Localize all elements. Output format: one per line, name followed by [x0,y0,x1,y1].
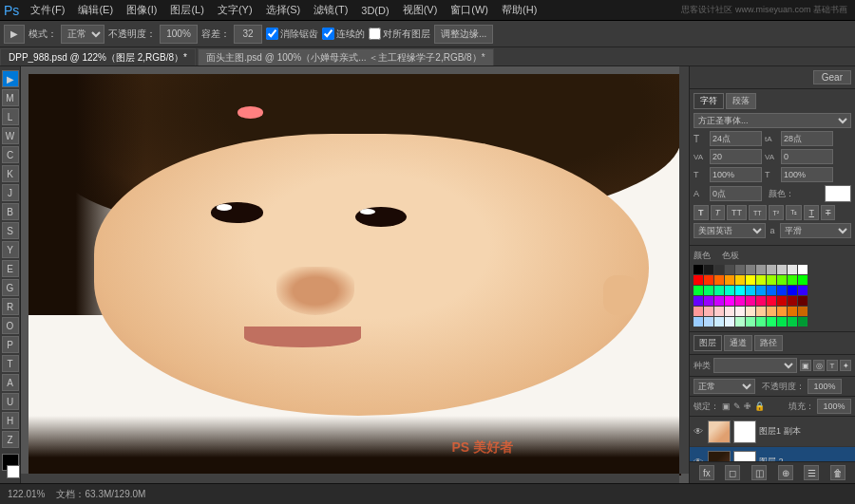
tool-hand[interactable]: H [2,412,19,429]
tool-preset-btn[interactable]: ▶ [4,25,25,44]
char-tab[interactable]: 字符 [694,93,724,109]
color-swatch-item[interactable] [714,317,724,327]
color-swatch-item[interactable] [694,296,703,306]
color-swatch-item[interactable] [694,265,703,274]
lock-transparent-icon[interactable]: ▣ [722,401,731,411]
menu-file[interactable]: 文件(F) [25,1,70,19]
anti-alias-checkbox[interactable] [266,28,278,40]
color-swatch-item[interactable] [798,265,808,274]
menu-layer[interactable]: 图层(L) [164,1,209,19]
color-swatch-item[interactable] [725,286,734,295]
color-swatch-item[interactable] [746,307,755,316]
color-swatch-item[interactable] [694,307,703,316]
color-swatch-item[interactable] [777,296,787,306]
menu-image[interactable]: 图像(I) [121,1,162,19]
tab-1[interactable]: 面头主图.psd @ 100%（小婵母亲式... ＜主工程缘学子2,RGB/8）… [198,48,494,65]
tool-text[interactable]: T [2,355,19,372]
color-swatch-item[interactable] [746,296,755,306]
color-swatch-item[interactable] [735,275,745,285]
layer-item-1[interactable]: 👁 图层 2 [690,447,855,461]
baseline-input[interactable] [710,186,762,201]
tool-blur[interactable]: R [2,298,19,315]
sample-all-checkbox-label[interactable]: 对所有图层 [369,28,430,41]
typo-strikethrough[interactable]: T [821,205,836,220]
tool-move[interactable]: ▶ [2,70,19,87]
color-swatch-item[interactable] [788,265,797,274]
color-swatch-item[interactable] [767,286,776,295]
contiguous-checkbox[interactable] [322,28,334,40]
layer-item-0[interactable]: 👁 图层1 副本 [690,417,855,447]
color-swatch-item[interactable] [746,286,755,295]
typo-super[interactable]: T² [769,205,785,220]
tool-gradient[interactable]: G [2,279,19,296]
color-swatch-item[interactable] [735,265,745,274]
gear-button[interactable]: Gear [813,70,851,84]
blend-mode-select[interactable]: 正常 [61,25,104,44]
new-layer-btn[interactable]: ⊕ [778,465,793,480]
tool-zoom[interactable]: Z [2,431,19,448]
color-swatch-item[interactable] [798,286,808,295]
filter-icon-4[interactable]: ✦ [840,360,851,371]
filter-icon-3[interactable]: T [826,360,838,371]
color-swatch-item[interactable] [735,307,745,316]
color-swatch-item[interactable] [694,286,703,295]
kerning-input[interactable] [781,149,833,164]
tool-magic-wand[interactable]: W [2,127,19,144]
color-swatch-item[interactable] [756,286,766,295]
color-swatch-item[interactable] [714,296,724,306]
fill-input[interactable] [817,399,851,414]
color-swatch-item[interactable] [777,307,787,316]
color-swatch-item[interactable] [756,296,766,306]
color-swatch-item[interactable] [798,296,808,306]
menu-help[interactable]: 帮助(H) [496,1,542,19]
typo-caps[interactable]: TT [727,205,747,220]
aa-method-select[interactable]: 平滑 [780,223,852,238]
tool-eyedropper[interactable]: K [2,165,19,182]
tab-0[interactable]: DPP_988.psd @ 122%（图层 2,RGB/8）* [0,48,196,65]
typo-underline[interactable]: T [804,205,819,220]
font-family-select[interactable]: 方正圣事体... [694,113,851,128]
refine-edge-btn[interactable]: 调整边缘... [434,25,493,44]
filter-type-select[interactable] [713,358,797,373]
menu-view[interactable]: 视图(V) [397,1,444,19]
opacity-layers-input[interactable] [808,379,842,394]
layer-group-btn[interactable]: ☰ [804,465,819,480]
color-swatch-item[interactable] [777,286,787,295]
layer-visibility-0[interactable]: 👁 [694,426,705,438]
filter-icon-2[interactable]: ◎ [813,360,825,371]
text-color-swatch[interactable] [825,185,851,202]
tool-marquee[interactable]: M [2,89,19,106]
typo-small-caps[interactable]: TT [749,205,767,220]
color-swatch-item[interactable] [798,307,808,316]
color-swatch-item[interactable] [714,307,724,316]
typo-italic[interactable]: T [711,205,726,220]
line-height-input[interactable] [781,131,833,146]
tool-pen[interactable]: P [2,336,19,353]
color-swatch-item[interactable] [788,275,797,285]
color-swatch-item[interactable] [756,307,766,316]
blend-mode-layers[interactable]: 正常 [694,379,755,394]
color-swatch-item[interactable] [704,307,713,316]
menu-3d[interactable]: 3D(D) [355,3,394,18]
lock-all-icon[interactable]: 🔒 [754,401,765,411]
color-swatch-item[interactable] [725,275,734,285]
color-swatch-item[interactable] [777,265,787,274]
menu-filter[interactable]: 滤镜(T) [308,1,353,19]
color-swatch-item[interactable] [725,317,734,327]
tool-crop[interactable]: C [2,146,19,163]
color-swatch-item[interactable] [756,275,766,285]
color-swatch-item[interactable] [704,265,713,274]
tool-shape[interactable]: U [2,393,19,410]
color-swatch-item[interactable] [746,275,755,285]
color-swatch-item[interactable] [714,275,724,285]
vertical-scrollbar[interactable] [679,66,689,474]
contiguous-checkbox-label[interactable]: 连续的 [322,28,365,41]
color-swatch-item[interactable] [777,317,787,327]
color-swatch-item[interactable] [694,317,703,327]
color-swatch-item[interactable] [704,275,713,285]
color-swatch-item[interactable] [694,275,703,285]
color-swatch-item[interactable] [735,296,745,306]
typo-bold[interactable]: T [694,205,709,220]
color-swatch-item[interactable] [725,296,734,306]
add-style-btn[interactable]: fx [699,465,714,480]
